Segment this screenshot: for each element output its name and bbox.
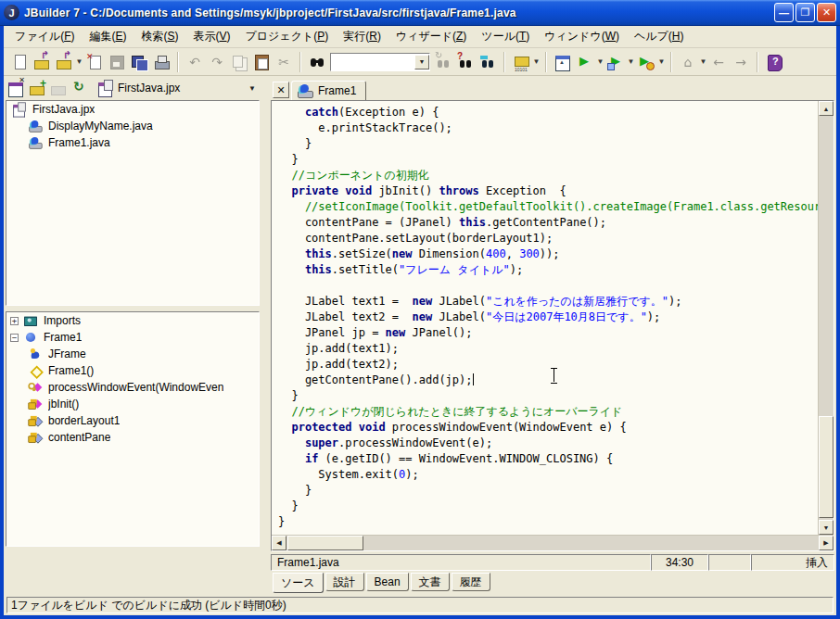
vertical-splitter[interactable] bbox=[261, 76, 269, 595]
undo-icon: ↶ bbox=[185, 53, 204, 71]
structure-node-field-contentpane[interactable]: contentPane bbox=[6, 429, 259, 446]
save-file-button bbox=[106, 51, 128, 73]
methprot-icon bbox=[28, 380, 44, 396]
open-file-button[interactable] bbox=[31, 51, 53, 73]
close-tab-button[interactable]: ✕ bbox=[273, 82, 289, 98]
add-files-button[interactable] bbox=[27, 78, 47, 98]
new-file-button[interactable] bbox=[8, 51, 31, 73]
find-replace-button[interactable] bbox=[454, 51, 477, 73]
help-icon bbox=[765, 53, 783, 71]
find-button[interactable] bbox=[306, 51, 328, 73]
project-properties-button[interactable] bbox=[552, 51, 574, 73]
project-selector-dropdown-arrow[interactable]: ▼ bbox=[248, 84, 260, 93]
refresh-button[interactable] bbox=[70, 78, 90, 98]
menu-item-help[interactable]: ヘルプ(H) bbox=[627, 26, 692, 47]
save-all-button[interactable] bbox=[128, 51, 150, 73]
code-line: JLabel text1 = new JLabel("これを作ったのは新居雅行で… bbox=[278, 294, 818, 310]
tab-frame1[interactable]: Frame1 bbox=[291, 81, 366, 101]
project-selector[interactable]: FirstJava.jpx▼ bbox=[91, 78, 260, 98]
expander-imports[interactable]: + bbox=[10, 317, 19, 325]
java-file-icon bbox=[296, 82, 314, 100]
search-input-combo[interactable]: ▼ bbox=[330, 53, 430, 71]
maximize-button[interactable]: ❐ bbox=[795, 3, 815, 22]
menu-item-run[interactable]: 実行(R) bbox=[336, 26, 388, 47]
structure-node-class-frame1[interactable]: −Frame1 bbox=[6, 329, 259, 346]
search-input[interactable] bbox=[331, 55, 414, 69]
menu-item-edit[interactable]: 編集(E) bbox=[82, 26, 134, 47]
combo-dropdown-arrow[interactable]: ▼ bbox=[414, 55, 429, 69]
structure-tree[interactable]: +Imports−Frame1JFrameFrame1()processWind… bbox=[6, 311, 260, 547]
close-project-button[interactable] bbox=[6, 78, 26, 98]
tab-design[interactable]: 設計 bbox=[325, 573, 364, 591]
find-in-path-button[interactable] bbox=[477, 51, 499, 73]
code-line: System.exit(0); bbox=[278, 467, 818, 483]
menu-item-view[interactable]: 表示(V) bbox=[186, 26, 238, 47]
menu-item-window[interactable]: ウィンドウ(W) bbox=[537, 26, 627, 47]
scroll-left-button[interactable]: ◀ bbox=[272, 536, 286, 550]
project-node-displaymyname-java[interactable]: DisplayMyName.java bbox=[6, 118, 259, 134]
scroll-up-button[interactable]: ▲ bbox=[819, 101, 834, 116]
minimize-button[interactable]: — bbox=[774, 3, 794, 22]
horizontal-scroll-thumb[interactable] bbox=[287, 536, 363, 550]
menu-item-project[interactable]: プロジェクト(P) bbox=[238, 26, 337, 47]
tab-history[interactable]: 履歴 bbox=[452, 573, 490, 591]
title-bar[interactable]: J JBuilder 7 - C:/Documents and Settings… bbox=[0, 0, 840, 26]
reopen-file-button[interactable] bbox=[53, 51, 75, 73]
cut-button: ✂ bbox=[273, 51, 295, 73]
code-line: contentPane.setLayout(borderLayout1); bbox=[278, 231, 818, 246]
reopen-file-dropdown-arrow[interactable]: ▼ bbox=[75, 57, 83, 66]
close-file-button[interactable] bbox=[83, 51, 106, 73]
scroll-down-button[interactable]: ▼ bbox=[819, 520, 834, 535]
scroll-right-button[interactable]: ▶ bbox=[819, 536, 834, 550]
refresh-icon bbox=[70, 79, 89, 97]
tab-source[interactable]: ソース bbox=[273, 573, 324, 593]
home-dropdown-arrow[interactable]: ▼ bbox=[699, 57, 707, 66]
debug-project-button[interactable] bbox=[605, 51, 627, 73]
structure-node-method-jbinit[interactable]: jbInit() bbox=[6, 396, 259, 412]
tree-label: borderLayout1 bbox=[48, 414, 120, 427]
structure-node-constructor-frame1[interactable]: Frame1() bbox=[6, 362, 259, 379]
project-node-firstjava-jpx[interactable]: FirstJava.jpx bbox=[6, 101, 259, 118]
make-project-icon bbox=[512, 53, 530, 71]
code-line: this.setSize(new Dimension(400, 300)); bbox=[278, 246, 818, 262]
vertical-scroll-thumb[interactable] bbox=[819, 416, 834, 518]
code-editor[interactable]: catch(Exception e) { e.printStackTrace()… bbox=[272, 101, 818, 535]
fieldpriv-icon bbox=[28, 413, 44, 429]
structure-node-imports[interactable]: +Imports bbox=[6, 312, 259, 329]
menu-item-search[interactable]: 検索(S) bbox=[134, 26, 185, 47]
debug-project-dropdown-arrow[interactable]: ▼ bbox=[627, 57, 635, 66]
structure-node-method-processwindowevent[interactable]: processWindowEvent(WindowEven bbox=[6, 379, 259, 396]
optimize-project-dropdown-arrow[interactable]: ▼ bbox=[657, 57, 666, 66]
forward-button: → bbox=[730, 51, 752, 73]
editor-vertical-scrollbar[interactable]: ▲ ▼ bbox=[818, 101, 834, 535]
back-icon: ← bbox=[709, 53, 728, 71]
menu-item-tools[interactable]: ツール(T) bbox=[474, 26, 537, 47]
code-line: jp.add(text2); bbox=[278, 357, 818, 373]
optimize-project-button[interactable] bbox=[635, 51, 657, 73]
expander-class-frame1[interactable]: − bbox=[10, 334, 19, 342]
menu-item-wizard[interactable]: ウィザード(Z) bbox=[388, 26, 474, 47]
print-button[interactable] bbox=[150, 51, 172, 73]
paste-button[interactable] bbox=[250, 51, 273, 73]
superclass-icon bbox=[28, 347, 44, 362]
make-project-button[interactable] bbox=[510, 51, 532, 73]
menu-item-file[interactable]: ファイル(F) bbox=[7, 26, 82, 47]
tab-doc[interactable]: 文書 bbox=[411, 573, 450, 591]
menu-bar: ファイル(F)編集(E)検索(S)表示(V)プロジェクト(P)実行(R)ウィザー… bbox=[4, 26, 836, 48]
run-project-dropdown-arrow[interactable]: ▼ bbox=[596, 57, 605, 66]
window-title: JBuilder 7 - C:/Documents and Settings/m… bbox=[24, 6, 774, 19]
run-project-icon bbox=[576, 53, 594, 71]
help-button[interactable] bbox=[763, 51, 785, 73]
structure-node-field-borderlayout1[interactable]: borderLayout1 bbox=[6, 412, 259, 429]
project-tree[interactable]: FirstJava.jpxDisplayMyName.javaFrame1.ja… bbox=[6, 100, 260, 306]
project-node-frame1-java[interactable]: Frame1.java bbox=[6, 134, 259, 151]
code-line: JPanel jp = new JPanel(); bbox=[278, 325, 818, 341]
run-project-button[interactable] bbox=[574, 51, 596, 73]
tab-bean[interactable]: Bean bbox=[366, 573, 409, 591]
structure-node-superclass-jframe[interactable]: JFrame bbox=[6, 346, 259, 362]
project-selector-value: FirstJava.jpx bbox=[118, 82, 246, 95]
editor-horizontal-scrollbar[interactable]: ◀ ▶ bbox=[272, 535, 834, 550]
make-project-dropdown-arrow[interactable]: ▼ bbox=[532, 57, 541, 66]
build-status-message: 1ファイルをビルド でのビルドに成功 (ビルド時間0秒) bbox=[6, 597, 834, 613]
close-button[interactable]: ✕ bbox=[817, 3, 836, 22]
